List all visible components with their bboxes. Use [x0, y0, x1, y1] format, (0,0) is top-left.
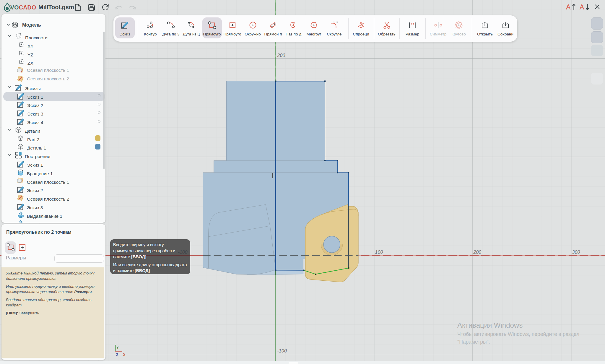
svg-text:Активация Windows: Активация Windows	[457, 321, 523, 329]
svg-text:"Параметры".: "Параметры".	[457, 339, 490, 345]
svg-text:Y: Y	[117, 346, 119, 350]
svg-text:300: 300	[572, 250, 580, 255]
svg-text:Z: Z	[116, 353, 118, 357]
svg-text:100: 100	[375, 250, 383, 255]
svg-text:Чтобы активировать Windows, пе: Чтобы активировать Windows, перейдите в …	[457, 331, 579, 337]
svg-text:-100: -100	[277, 348, 287, 353]
svg-text:200: 200	[473, 250, 482, 255]
svg-text:X: X	[123, 353, 126, 357]
svg-text:200: 200	[277, 53, 285, 58]
